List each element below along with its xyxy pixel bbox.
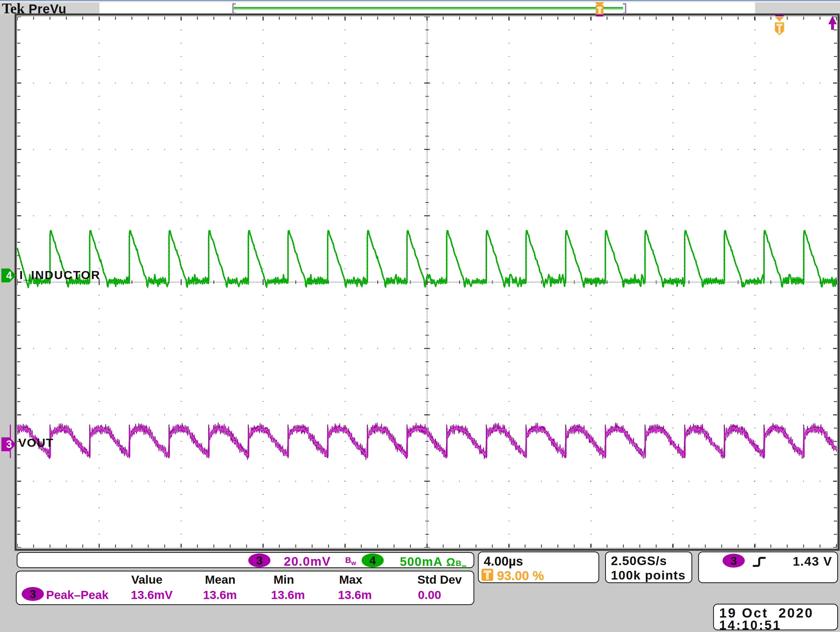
- svg-text:3: 3: [256, 554, 262, 567]
- svg-text:4: 4: [369, 554, 376, 567]
- svg-text:3: 3: [730, 554, 737, 567]
- svg-text:3: 3: [6, 438, 12, 450]
- svg-text:3: 3: [30, 588, 36, 600]
- svg-text:4: 4: [6, 270, 12, 281]
